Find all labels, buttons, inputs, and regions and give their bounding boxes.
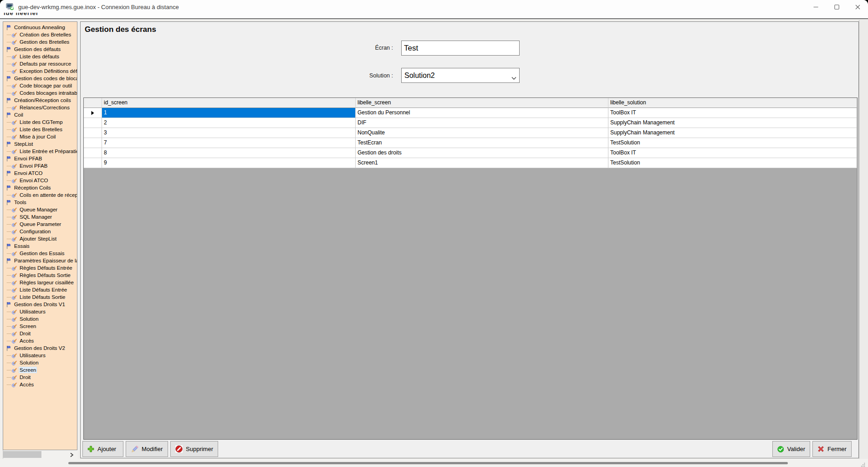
tree-item-liste-des-d-fauts[interactable]: Liste des défauts <box>3 53 77 60</box>
ecran-input[interactable] <box>401 41 520 56</box>
grid-cell-libelle_solution[interactable]: ToolBox IT <box>608 148 857 158</box>
tree-item-gestion-des-droits-v1[interactable]: Gestion des Droits V1 <box>3 301 77 308</box>
tree-item-tools[interactable]: Tools <box>3 199 77 206</box>
grid-row[interactable]: 8Gestion des droitsToolBox IT <box>84 148 857 158</box>
tree-item-defauts-par-ressource[interactable]: Defauts par ressource <box>3 60 77 67</box>
grid-cell-libelle_screen[interactable]: Gestion du Personnel <box>356 108 608 118</box>
tree-item-solution[interactable]: Solution <box>3 315 77 323</box>
tree-item-envoi-pfab[interactable]: Envoi PFAB <box>3 162 77 169</box>
grid-row[interactable]: 3NonQualiteSupplyChain Management <box>84 128 857 138</box>
tree-item-sql-manager[interactable]: SQL Manager <box>3 213 77 221</box>
tree-item-r-gles-largeur-cisaill-e[interactable]: Règles largeur cisaillée <box>3 279 77 286</box>
scroll-right-button[interactable] <box>69 452 75 457</box>
grid-row[interactable]: 1Gestion du PersonnelToolBox IT <box>84 108 857 118</box>
tree-item-liste-d-fauts-entr-e[interactable]: Liste Défauts Entrée <box>3 286 77 293</box>
tree-item-coil[interactable]: Coil <box>3 111 77 118</box>
tree-item-utilisateurs[interactable]: Utilisateurs <box>3 352 77 359</box>
tree-item-solution[interactable]: Solution <box>3 359 77 366</box>
row-selector-cell[interactable] <box>84 108 102 118</box>
tree-horizontal-scrollbar[interactable] <box>3 450 77 459</box>
supprimer-button[interactable]: Supprimer <box>170 441 218 457</box>
grid-cell-id_screen[interactable]: 8 <box>102 148 356 158</box>
tree-item-cr-ation-r-ception-coils[interactable]: Création/Réception coils <box>3 97 77 104</box>
close-button[interactable] <box>847 0 868 14</box>
tree-item-param-tres-epaisseur-de-laminage[interactable]: Paramètres Epaisseur de laminage <box>3 257 77 264</box>
tree-item-relances-corrections[interactable]: Relances/Corrections <box>3 104 77 111</box>
grid-row[interactable]: 9Screen1TestSolution <box>84 158 857 168</box>
tree-item-envoi-atco[interactable]: Envoi ATCO <box>3 169 77 177</box>
tree-item-continuous-annealing[interactable]: Continuous Annealing <box>3 24 77 31</box>
tree-item-gestion-des-droits-v2[interactable]: Gestion des Droits V2 <box>3 344 77 352</box>
tree-item-queue-parameter[interactable]: Queue Parameter <box>3 221 77 228</box>
grid-cell-id_screen[interactable]: 9 <box>102 158 356 168</box>
grid-cell-libelle_solution[interactable]: SupplyChain Management <box>608 128 857 138</box>
grid-cell-libelle_screen[interactable]: Screen1 <box>356 158 608 168</box>
grid-cell-libelle_solution[interactable]: ToolBox IT <box>608 108 857 118</box>
tree-item-liste-entr-e-et-pr-paration[interactable]: Liste Entrée et Préparation <box>3 148 77 155</box>
fermer-button[interactable]: Fermer <box>812 441 852 457</box>
tree-item-r-gles-d-fauts-sortie[interactable]: Règles Défauts Sortie <box>3 272 77 279</box>
tree-item-gestion-des-essais[interactable]: Gestion des Essais <box>3 250 77 257</box>
solution-dropdown[interactable]: Solution2 <box>401 68 520 83</box>
tree-item-ajouter-steplist[interactable]: Ajouter StepList <box>3 235 77 242</box>
tree-item-gestion-des-codes-de-blocage[interactable]: Gestion des codes de blocage <box>3 75 77 82</box>
tree-item-envoi-atco[interactable]: Envoi ATCO <box>3 177 77 184</box>
column-header-libelle_screen[interactable]: libelle_screen <box>356 98 608 108</box>
grid-cell-libelle_screen[interactable]: Gestion des droits <box>356 148 608 158</box>
grid-cell-libelle_screen[interactable]: DIF <box>356 118 608 128</box>
row-selector-cell[interactable] <box>84 118 102 128</box>
tree-item-liste-des-cgtemp[interactable]: Liste des CGTemp <box>3 118 77 126</box>
tree-item-liste-des-bretelles[interactable]: Liste des Bretelles <box>3 126 77 133</box>
tree-item-liste-d-fauts-sortie[interactable]: Liste Défauts Sortie <box>3 293 77 301</box>
row-selector-cell[interactable] <box>84 148 102 158</box>
tree-item-code-blocage-par-outil[interactable]: Code blocage par outil <box>3 82 77 89</box>
tree-item-acc-s[interactable]: Accès <box>3 381 77 388</box>
grid-cell-id_screen[interactable]: 7 <box>102 138 356 148</box>
column-header-libelle_solution[interactable]: libelle_solution <box>608 98 857 108</box>
modifier-button[interactable]: Modifier <box>126 441 168 457</box>
resize-grip-icon[interactable] <box>861 461 865 467</box>
grid-row[interactable]: 2DIFSupplyChain Management <box>84 118 857 128</box>
tree-item-utilisateurs[interactable]: Utilisateurs <box>3 308 77 315</box>
grid-row[interactable]: 7TestEcranTestSolution <box>84 138 857 148</box>
tree-item-r-gles-d-fauts-entr-e[interactable]: Règles Défauts Entrée <box>3 264 77 272</box>
tree-item-acc-s[interactable]: Accès <box>3 337 77 344</box>
ajouter-button[interactable]: Ajouter <box>82 441 123 457</box>
grid-cell-id_screen[interactable]: 1 <box>102 108 356 118</box>
tree-item-queue-manager[interactable]: Queue Manager <box>3 206 77 213</box>
tree-item-mise-jour-coil[interactable]: Mise à jour Coil <box>3 133 77 140</box>
tree-item-codes-blocages-intraitables[interactable]: Codes blocages intraitables <box>3 89 77 97</box>
tree-item-envoi-pfab[interactable]: Envoi PFAB <box>3 155 77 162</box>
row-selector-header[interactable] <box>84 98 102 108</box>
grid-cell-libelle_screen[interactable]: TestEcran <box>356 138 608 148</box>
tree-item-screen[interactable]: Screen <box>3 366 77 374</box>
grid-cell-libelle_screen[interactable]: NonQualite <box>356 128 608 138</box>
tree-item-configuration[interactable]: Configuration <box>3 228 77 235</box>
row-selector-cell[interactable] <box>84 128 102 138</box>
grid-cell-libelle_solution[interactable]: TestSolution <box>608 158 857 168</box>
horizontal-scrollbar[interactable] <box>0 459 868 467</box>
minimize-button[interactable] <box>805 0 826 14</box>
row-selector-cell[interactable] <box>84 158 102 168</box>
tree-item-coils-en-attente-de-r-ception[interactable]: Coils en attente de réception <box>3 191 77 199</box>
tree-item-cr-ation-des-bretelles[interactable]: Création des Bretelles <box>3 31 77 38</box>
grid-cell-libelle_solution[interactable]: SupplyChain Management <box>608 118 857 128</box>
grid-cell-id_screen[interactable]: 2 <box>102 118 356 128</box>
vertical-scrollbar-track[interactable] <box>859 20 868 459</box>
maximize-button[interactable] <box>826 0 847 14</box>
tree-item-r-ception-coils[interactable]: Réception Coils <box>3 184 77 191</box>
grid-cell-id_screen[interactable]: 3 <box>102 128 356 138</box>
tree-item-gestion-des-d-fauts[interactable]: Gestion des défauts <box>3 46 77 53</box>
tree-item-gestion-des-bretelles[interactable]: Gestion des Bretelles <box>3 38 77 46</box>
valider-button[interactable]: Valider <box>772 441 810 457</box>
tree-item-screen[interactable]: Screen <box>3 323 77 330</box>
column-header-id_screen[interactable]: id_screen <box>102 98 356 108</box>
scrollbar-thumb[interactable] <box>68 462 788 464</box>
row-selector-cell[interactable] <box>84 138 102 148</box>
scrollbar-thumb[interactable] <box>3 451 41 458</box>
tree-item-exception-d-finitions-d-fauts[interactable]: Exception Définitions défauts <box>3 67 77 75</box>
tree-item-droit[interactable]: Droit <box>3 374 77 381</box>
tree-item-essais[interactable]: Essais <box>3 242 77 250</box>
tree-item-droit[interactable]: Droit <box>3 330 77 337</box>
tree-item-steplist[interactable]: StepList <box>3 140 77 148</box>
